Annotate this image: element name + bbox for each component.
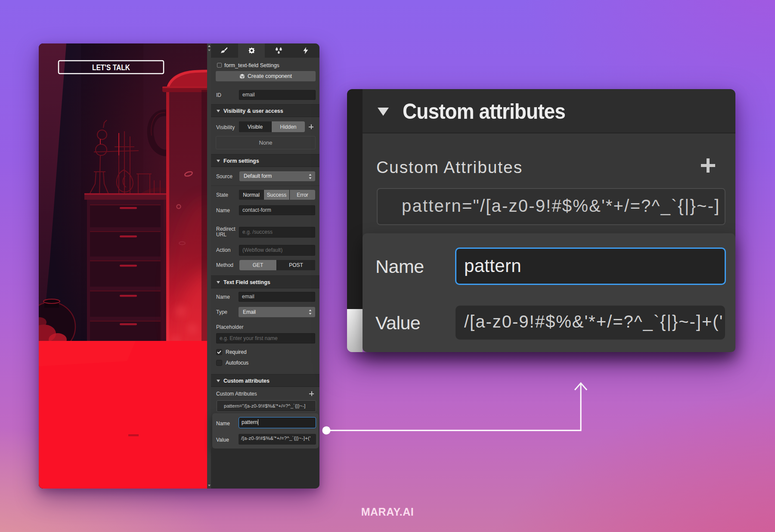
svg-text:LET'S TALK: LET'S TALK: [92, 63, 130, 72]
